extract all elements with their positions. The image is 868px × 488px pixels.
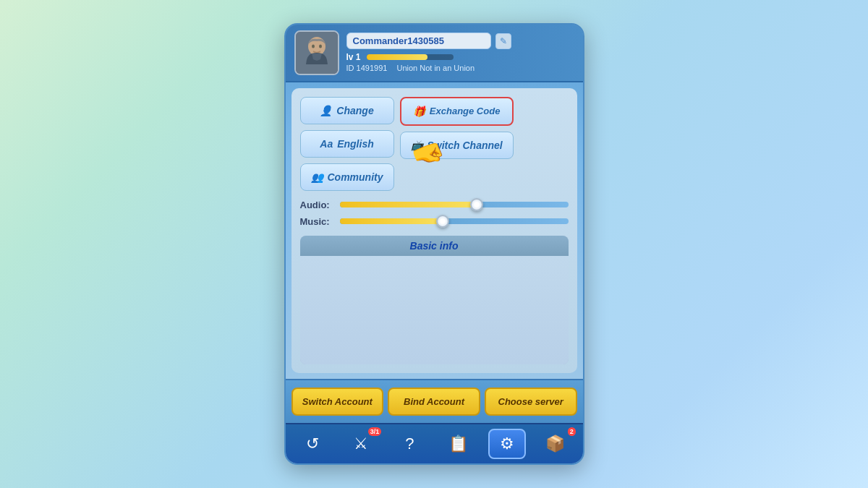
level-row: lv 1 <box>346 52 574 62</box>
nav-settings[interactable]: ⚙ <box>488 429 526 459</box>
avatar <box>294 30 339 75</box>
refresh-icon: ↺ <box>306 435 319 453</box>
right-buttons: 🎁 Exchange Code 📺 Switch Channel <box>400 97 514 191</box>
nav-refresh[interactable]: ↺ <box>294 429 331 459</box>
nav-help[interactable]: ? <box>391 429 428 459</box>
settings-icon: ⚙ <box>500 435 514 453</box>
svg-point-2 <box>312 44 315 48</box>
audio-label: Audio: <box>300 200 333 210</box>
audio-thumb[interactable] <box>470 198 483 211</box>
union-status: Union Not in an Union <box>396 64 475 72</box>
exchange-icon: 🎁 <box>413 106 425 117</box>
inventory-icon: 📦 <box>545 435 565 453</box>
level-text: lv 1 <box>346 52 361 62</box>
tv-icon: 📺 <box>411 140 423 151</box>
music-label: Music: <box>300 216 333 227</box>
nav-mail[interactable]: 📋 <box>440 429 477 459</box>
inventory-badge: 2 <box>568 427 576 436</box>
bottom-buttons: Switch Account Bind Account Choose serve… <box>286 379 583 424</box>
username-display: Commander1430585 <box>346 33 491 49</box>
audio-slider-row: Audio: <box>300 200 569 210</box>
xp-bar-fill <box>367 54 427 60</box>
community-icon: 👥 <box>311 171 323 183</box>
basic-info-section: Basic info <box>300 236 569 364</box>
player-info: Commander1430585 ✎ lv 1 ID 1491991 Union… <box>346 33 574 72</box>
language-icon: Aa <box>320 138 333 150</box>
community-button[interactable]: 👥 Community <box>300 163 394 191</box>
nav-inventory[interactable]: 📦 2 <box>537 429 574 459</box>
english-button[interactable]: Aa English <box>300 130 394 158</box>
username-row: Commander1430585 ✎ <box>346 33 574 49</box>
sliders-section: Audio: Music: <box>300 200 569 227</box>
help-icon: ? <box>405 435 414 453</box>
left-buttons: 👤 Change Aa English 👥 Community <box>300 97 394 191</box>
game-panel: Commander1430585 ✎ lv 1 ID 1491991 Union… <box>284 23 584 466</box>
change-button[interactable]: 👤 Change <box>300 97 394 124</box>
battle-icon: ⚔ <box>354 435 368 453</box>
buttons-layout: 👤 Change Aa English 👥 Community 🎁 Exchan… <box>300 97 569 191</box>
choose-server-button[interactable]: Choose server <box>485 388 577 416</box>
top-bar: Commander1430585 ✎ lv 1 ID 1491991 Union… <box>286 25 583 82</box>
music-slider-row: Music: <box>300 216 569 227</box>
audio-fill <box>340 202 477 207</box>
id-union-row: ID 1491991 Union Not in an Union <box>346 64 574 72</box>
change-icon: 👤 <box>320 105 332 116</box>
nav-battle[interactable]: ⚔ 3/1 <box>342 429 380 459</box>
exchange-code-button[interactable]: 🎁 Exchange Code <box>400 97 514 126</box>
switch-channel-button[interactable]: 📺 Switch Channel <box>400 132 514 159</box>
basic-info-body <box>300 256 569 364</box>
basic-info-header: Basic info <box>300 236 569 256</box>
music-fill <box>340 218 443 224</box>
player-id: ID 1491991 <box>346 64 388 72</box>
battle-badge: 3/1 <box>368 427 382 436</box>
edit-button[interactable]: ✎ <box>495 33 511 49</box>
bind-account-button[interactable]: Bind Account <box>388 388 480 416</box>
switch-account-button[interactable]: Switch Account <box>292 388 384 416</box>
mail-icon: 📋 <box>448 435 468 453</box>
xp-bar <box>367 54 454 60</box>
bottom-nav: ↺ ⚔ 3/1 ? 📋 ⚙ 📦 2 <box>286 423 583 463</box>
svg-point-3 <box>319 44 322 48</box>
music-thumb[interactable] <box>436 215 449 228</box>
main-content: 👤 Change Aa English 👥 Community 🎁 Exchan… <box>292 88 577 373</box>
music-slider-track[interactable] <box>340 218 569 224</box>
audio-slider-track[interactable] <box>340 202 569 207</box>
